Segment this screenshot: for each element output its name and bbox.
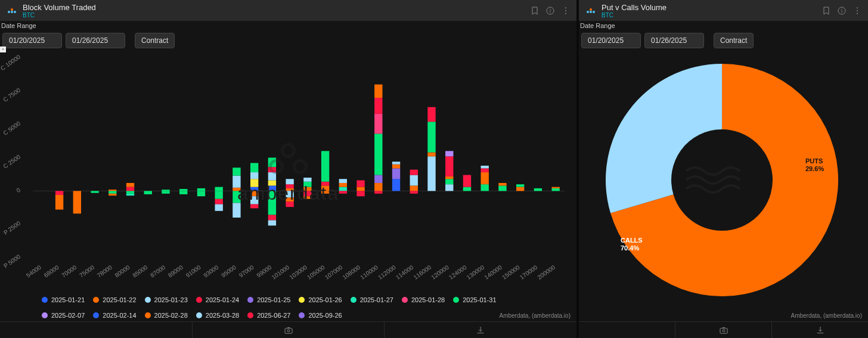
- bar-segment[interactable]: [162, 191, 169, 193]
- bar-segment[interactable]: [286, 188, 293, 191]
- bar-segment[interactable]: [215, 191, 223, 199]
- legend-item[interactable]: 2025-02-07: [42, 312, 85, 319]
- bar-segment[interactable]: [303, 196, 311, 199]
- bar-segment[interactable]: [463, 175, 471, 187]
- bar-segment[interactable]: [481, 172, 489, 184]
- bar-segment[interactable]: [339, 191, 347, 193]
- legend-item[interactable]: 2025-09-26: [299, 312, 342, 319]
- bar-segment[interactable]: [286, 201, 293, 207]
- bar-segment[interactable]: [268, 158, 276, 168]
- more-icon[interactable]: [561, 6, 571, 15]
- bar-segment[interactable]: [356, 191, 364, 196]
- bar-segment[interactable]: [250, 163, 258, 172]
- bar-segment[interactable]: [250, 196, 258, 204]
- legend-item[interactable]: 2025-02-14: [93, 312, 136, 319]
- bar-segment[interactable]: [197, 191, 205, 196]
- contract-button[interactable]: Contract: [714, 33, 754, 48]
- bar-segment[interactable]: [374, 114, 382, 134]
- bar-segment[interactable]: [179, 189, 187, 191]
- bookmark-icon[interactable]: [530, 6, 540, 15]
- date-from-input[interactable]: [581, 33, 641, 48]
- legend-item[interactable]: 2025-06-27: [247, 312, 290, 319]
- bar-segment[interactable]: [232, 168, 240, 175]
- date-to-input[interactable]: [66, 33, 125, 48]
- more-icon[interactable]: [852, 6, 862, 15]
- bar-segment[interactable]: [481, 166, 489, 168]
- bar-segment[interactable]: [55, 195, 63, 210]
- bar-segment[interactable]: [481, 168, 489, 172]
- bar-segment[interactable]: [250, 204, 258, 209]
- bar-segment[interactable]: [250, 187, 258, 191]
- bar-segment[interactable]: [303, 191, 311, 196]
- bar-segment[interactable]: [392, 179, 400, 191]
- bar-segment[interactable]: [321, 185, 329, 191]
- bar-segment[interactable]: [73, 191, 81, 213]
- bar-segment[interactable]: [498, 185, 506, 191]
- bar-segment[interactable]: [126, 187, 134, 191]
- bar-segment[interactable]: [268, 167, 276, 172]
- bar-segment[interactable]: [410, 191, 418, 193]
- donut-chart[interactable]: PUTS29.6%CALLS70.4%: [579, 52, 868, 321]
- bar-segment[interactable]: [445, 151, 453, 156]
- info-icon[interactable]: [545, 6, 555, 15]
- camera-icon[interactable]: [284, 325, 293, 335]
- legend-item[interactable]: 2025-01-21: [42, 296, 85, 303]
- bar-segment[interactable]: [339, 183, 347, 187]
- legend-item[interactable]: 2025-01-25: [247, 296, 290, 303]
- bar-segment[interactable]: [481, 184, 489, 191]
- legend-item[interactable]: 2025-01-31: [453, 296, 496, 303]
- bar-segment[interactable]: [126, 183, 134, 187]
- bar-segment[interactable]: [445, 184, 453, 191]
- bar-segment[interactable]: [108, 191, 116, 193]
- bar-segment[interactable]: [55, 191, 63, 195]
- bar-segment[interactable]: [162, 190, 169, 191]
- legend-item[interactable]: 2025-01-23: [145, 296, 188, 303]
- contract-button[interactable]: Contract: [135, 33, 175, 48]
- bar-segment[interactable]: [427, 122, 435, 152]
- bar-segment[interactable]: [268, 185, 276, 191]
- bar-segment[interactable]: [286, 198, 293, 202]
- bar-segment[interactable]: [445, 176, 453, 179]
- bar-segment[interactable]: [268, 215, 276, 221]
- bar-segment[interactable]: [374, 134, 382, 175]
- bar-segment[interactable]: [374, 175, 382, 183]
- bar-segment[interactable]: [286, 191, 293, 197]
- bar-segment[interactable]: [339, 179, 347, 183]
- legend-item[interactable]: 2025-01-24: [196, 296, 239, 303]
- bar-segment[interactable]: [91, 191, 98, 193]
- bar-segment[interactable]: [356, 180, 364, 187]
- bar-segment[interactable]: [126, 191, 134, 193]
- bar-segment[interactable]: [551, 188, 559, 191]
- bar-segment[interactable]: [232, 203, 240, 218]
- legend-item[interactable]: 2025-01-26: [299, 296, 342, 303]
- bar-segment[interactable]: [427, 153, 435, 157]
- bar-segment[interactable]: [232, 176, 240, 188]
- bar-segment[interactable]: [498, 183, 506, 185]
- bar-segment[interactable]: [108, 194, 116, 196]
- bar-segment[interactable]: [197, 188, 205, 191]
- bar-segment[interactable]: [445, 179, 453, 184]
- bar-segment[interactable]: [179, 191, 187, 194]
- bookmark-icon[interactable]: [822, 6, 831, 15]
- bar-segment[interactable]: [268, 180, 276, 185]
- bar-segment[interactable]: [516, 187, 524, 191]
- bar-segment[interactable]: [463, 187, 471, 191]
- bar-segment[interactable]: [268, 191, 276, 215]
- bar-segment[interactable]: [215, 187, 223, 191]
- download-icon[interactable]: [476, 325, 485, 335]
- legend-item[interactable]: 2025-02-28: [145, 312, 188, 319]
- bar-segment[interactable]: [268, 172, 276, 180]
- bar-segment[interactable]: [445, 156, 453, 176]
- bar-segment[interactable]: [215, 199, 223, 204]
- bar-segment[interactable]: [427, 156, 435, 191]
- bar-segment[interactable]: [516, 184, 524, 187]
- bar-segment[interactable]: [286, 179, 293, 184]
- bar-segment[interactable]: [551, 187, 559, 188]
- camera-icon[interactable]: [719, 325, 728, 335]
- date-from-input[interactable]: [2, 33, 62, 48]
- bar-segment[interactable]: [392, 168, 400, 179]
- bar-segment[interactable]: [534, 188, 542, 191]
- bar-segment[interactable]: [232, 191, 240, 203]
- bar-segment[interactable]: [250, 179, 258, 187]
- bar-segment[interactable]: [321, 191, 329, 193]
